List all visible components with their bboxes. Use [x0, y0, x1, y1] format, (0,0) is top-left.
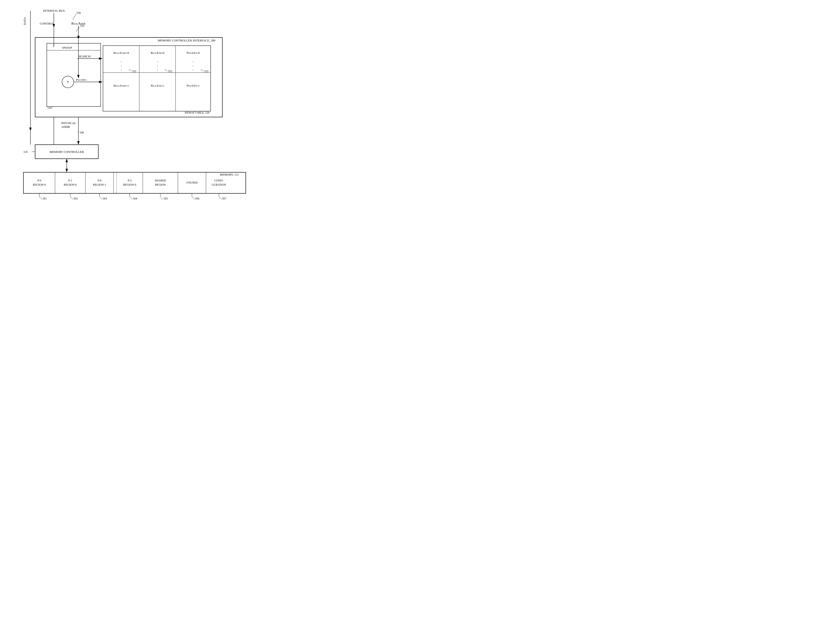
main-svg: DATA INTERNAL BUS 530 CONTROL RealAddr 5… [9, 7, 257, 194]
dots-col2b: · [157, 64, 158, 68]
svg-line-52 [160, 197, 163, 199]
svg-line-56 [219, 197, 222, 199]
dots-col1c: · [121, 68, 122, 72]
config-line1: CONFI- [214, 179, 223, 182]
dots-col3b: · [193, 64, 194, 68]
ref-523: 523 [204, 69, 208, 73]
ref-550: 550 [80, 24, 84, 28]
svg-line-6 [76, 27, 80, 32]
ref-110: 110 [23, 150, 28, 153]
ref-567: 567 [222, 197, 227, 200]
realstart-z-label: RealStart-z [113, 84, 129, 87]
unused-label: UNUSED [186, 181, 198, 184]
p2-r0-line1: P-2 [128, 179, 132, 182]
remap-table-label: REMAP TABLE, 520 [185, 111, 210, 114]
shared-line2: REGION [155, 183, 166, 186]
p1-r0-line2: REGION-0 [64, 183, 77, 186]
physical-addr-label2: ADDR [61, 125, 70, 129]
dots-col2: · [157, 60, 158, 64]
mci-box [35, 37, 222, 117]
mci-label: MEMORY CONTROLLER INTERFACE, 280 [158, 38, 215, 42]
svg-marker-34 [66, 169, 68, 172]
plus-sign: + [66, 79, 69, 84]
svg-line-54 [192, 197, 195, 199]
ref-530: 530 [77, 11, 81, 14]
p2-r0-line2: REGION-0 [123, 183, 136, 186]
config-line2: GURATION [211, 183, 226, 186]
dots-col1: · [121, 60, 122, 64]
shared-line1: SHARED [155, 179, 166, 182]
realend-z-label: RealEnd-z [151, 84, 164, 87]
p1-r0-line1: P-1 [68, 179, 72, 182]
ref-563: 563 [103, 197, 107, 200]
p0-r1-line2: REGION-1 [93, 183, 106, 186]
physofs-0-label: PhysOfs-0 [187, 51, 199, 55]
svg-line-48 [99, 197, 102, 199]
ref-522: 522 [168, 69, 172, 73]
ref-510: 510 [47, 106, 52, 110]
ref-562: 562 [73, 197, 78, 200]
search-label: SEARCH [78, 55, 90, 58]
memory-box [23, 172, 246, 193]
dots-col3c: · [193, 68, 194, 72]
ref-566: 566 [195, 197, 199, 200]
internal-bus-label: INTERNAL BUS [43, 9, 64, 12]
ref-565: 565 [164, 197, 168, 200]
svg-line-44 [39, 197, 42, 199]
memory-label: MEMORY, 111 [220, 173, 239, 176]
svg-marker-29 [77, 141, 80, 145]
physofs-label: PhysOfs [76, 78, 87, 81]
diagram: DATA INTERNAL BUS 530 CONTROL RealAddr 5… [9, 7, 257, 194]
snoop-label: SNOOP [62, 46, 72, 49]
ref-521: 521 [132, 69, 136, 73]
physofs-z-label: PhysOfs-z [187, 84, 199, 87]
remap-table-box [103, 46, 211, 111]
realstart-0-label: RealStart-0 [113, 51, 129, 55]
memory-controller-label: MEMORY CONTROLLER [50, 150, 84, 153]
svg-marker-35 [66, 159, 68, 162]
svg-line-22 [129, 69, 132, 71]
data-label: DATA [23, 17, 26, 25]
dots-col2c: · [157, 68, 158, 72]
p0-r0-line2: REGION-0 [33, 183, 46, 186]
dots-col3: · [193, 60, 194, 64]
svg-line-5 [73, 14, 76, 20]
svg-line-50 [130, 197, 132, 199]
p0-r1-line1: P-0 [98, 179, 102, 182]
physical-addr-label: PHYSICAL [61, 121, 76, 125]
svg-line-24 [201, 69, 204, 71]
ref-540: 540 [80, 131, 84, 134]
realend-0-label: RealEnd-0 [151, 51, 164, 55]
ref-561: 561 [43, 197, 47, 200]
svg-line-46 [70, 197, 73, 199]
inner-logic-box [47, 43, 101, 106]
p0-r0-line1: P-0 [37, 179, 41, 182]
ref-564: 564 [133, 197, 137, 200]
svg-marker-1 [29, 127, 32, 131]
svg-line-23 [165, 69, 167, 71]
dots-col1b: · [121, 64, 122, 68]
control-label: CONTROL [40, 22, 54, 25]
